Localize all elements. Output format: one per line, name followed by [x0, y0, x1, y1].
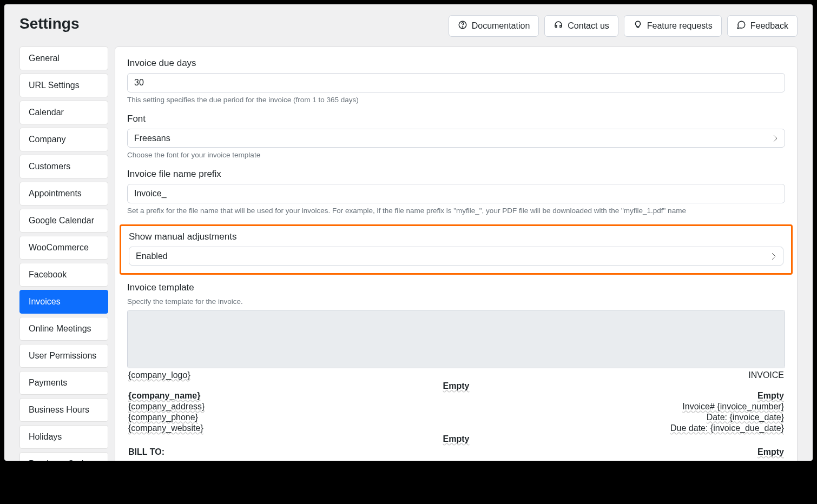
invoice-template-help: Specify the template for the invoice.: [127, 297, 785, 306]
lightbulb-icon: [633, 20, 643, 32]
settings-panel: Invoice due days This setting specifies …: [115, 47, 798, 461]
font-label: Font: [127, 114, 785, 124]
file-prefix-label: Invoice file name prefix: [127, 169, 785, 180]
file-prefix-group: Invoice file name prefix Set a prefix fo…: [127, 169, 785, 215]
sidebar-item-user-permissions[interactable]: User Permissions: [19, 344, 108, 368]
invoice-due-days-help: This setting specifies the due period fo…: [127, 96, 785, 104]
invoice-due-days-group: Invoice due days This setting specifies …: [127, 58, 785, 104]
invoice-due-days-input[interactable]: [127, 73, 785, 92]
documentation-button[interactable]: Documentation: [449, 15, 539, 37]
token-invoice-number: Invoice# {invoice_number}: [682, 402, 784, 412]
invoice-template-editor[interactable]: [127, 310, 785, 368]
sidebar-item-invoices[interactable]: Invoices: [19, 290, 108, 314]
sidebar-item-customers[interactable]: Customers: [19, 155, 108, 178]
font-group: Font Freesans Choose the font for your i…: [127, 114, 785, 159]
header-buttons: Documentation Contact us Feature request…: [449, 15, 798, 37]
token-company-website: {company_website}: [128, 423, 203, 433]
token-company-logo: {company_logo}: [128, 370, 190, 380]
svg-point-1: [462, 26, 463, 27]
sidebar-item-general[interactable]: General: [19, 47, 108, 70]
settings-sidebar: GeneralURL SettingsCalendarCompanyCustom…: [19, 47, 108, 461]
token-invoice-due: Due date: {invoice_due_date}: [670, 423, 784, 433]
sidebar-item-calendar[interactable]: Calendar: [19, 101, 108, 124]
sidebar-item-business-hours[interactable]: Business Hours: [19, 398, 108, 422]
sidebar-item-google-calendar[interactable]: Google Calendar: [19, 209, 108, 233]
manual-adjustments-select[interactable]: Enabled: [129, 247, 783, 266]
manual-adjustments-highlight: Show manual adjustments Enabled: [120, 224, 793, 275]
font-select[interactable]: Freesans: [127, 129, 785, 148]
contact-us-label: Contact us: [568, 21, 609, 31]
token-bill-to: BILL TO:: [128, 447, 164, 457]
template-toolbar-area: [128, 310, 785, 368]
file-prefix-input[interactable]: [127, 184, 785, 203]
sidebar-item-facebook[interactable]: Facebook: [19, 263, 108, 287]
feature-requests-label: Feature requests: [647, 21, 713, 31]
file-prefix-help: Set a prefix for the file name that will…: [127, 207, 785, 215]
sidebar-item-url-settings[interactable]: URL Settings: [19, 74, 108, 97]
sidebar-item-appointments[interactable]: Appointments: [19, 182, 108, 205]
feature-requests-button[interactable]: Feature requests: [624, 15, 722, 37]
token-empty-1: Empty: [128, 381, 784, 391]
token-invoice-date: Date: {invoice_date}: [707, 413, 784, 422]
token-company-name: {company_name}: [128, 391, 200, 401]
chat-icon: [736, 20, 746, 32]
invoice-due-days-label: Invoice due days: [127, 58, 785, 69]
invoice-template-label: Invoice template: [127, 282, 785, 293]
sidebar-item-purchase-code[interactable]: Purchase Code: [19, 452, 108, 461]
page-title: Settings: [19, 15, 79, 32]
token-company-phone: {company_phone}: [128, 413, 198, 422]
contact-us-button[interactable]: Contact us: [544, 15, 618, 37]
sidebar-item-company[interactable]: Company: [19, 128, 108, 151]
token-empty-3: Empty: [128, 434, 784, 444]
template-body[interactable]: {company_logo} INVOICE Empty {company_na…: [127, 368, 785, 457]
token-empty-4: Empty: [757, 447, 784, 457]
invoice-template-group: Invoice template Specify the template fo…: [127, 282, 785, 306]
headset-icon: [554, 20, 563, 32]
documentation-label: Documentation: [472, 21, 530, 31]
feedback-label: Feedback: [750, 21, 788, 31]
sidebar-item-woocommerce[interactable]: WooCommerce: [19, 236, 108, 260]
feedback-button[interactable]: Feedback: [727, 15, 798, 37]
manual-adjustments-label: Show manual adjustments: [129, 231, 783, 242]
sidebar-item-holidays[interactable]: Holidays: [19, 425, 108, 449]
font-help: Choose the font for your invoice templat…: [127, 151, 785, 159]
token-invoice: INVOICE: [748, 370, 784, 380]
sidebar-item-payments[interactable]: Payments: [19, 371, 108, 395]
help-circle-icon: [458, 20, 467, 32]
sidebar-item-online-meetings[interactable]: Online Meetings: [19, 317, 108, 341]
token-company-address: {company_address}: [128, 402, 205, 412]
token-empty-2: Empty: [757, 391, 784, 401]
